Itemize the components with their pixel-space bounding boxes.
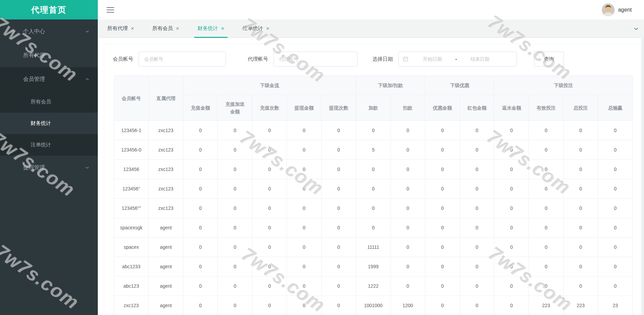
table-cell: 0 — [563, 276, 598, 296]
table-cell: 0 — [494, 121, 528, 140]
member-account-input[interactable] — [139, 52, 226, 67]
table-cell: 0 — [287, 160, 321, 179]
table-cell: 0 — [425, 218, 460, 238]
table-cell: 0 — [321, 276, 356, 296]
table-cell: zxc123 — [114, 296, 149, 315]
sidebar-item-label: 所有代理 — [0, 52, 45, 59]
table-cell: 0 — [425, 276, 460, 296]
close-tab-icon[interactable]: × — [131, 26, 134, 31]
table-cell: 0 — [460, 121, 494, 140]
tab-所有代理[interactable]: 所有代理× — [104, 19, 137, 38]
query-button[interactable]: 查询 — [534, 52, 564, 67]
tab-label: 所有代理 — [107, 25, 128, 32]
table-cell: 0 — [390, 179, 425, 199]
sidebar-item-label: 会员管理 — [0, 76, 45, 83]
table-row[interactable]: 123456-1zxc1230000000000000 — [114, 121, 633, 140]
tab-所有会员[interactable]: 所有会员× — [149, 19, 182, 38]
table-cell: 0 — [321, 218, 356, 238]
table-cell: 0 — [356, 121, 390, 140]
tab-注单统计[interactable]: 注单统计× — [239, 19, 273, 38]
table-cell: 0 — [563, 179, 598, 199]
table-row[interactable]: 123456zxc1230000000000000 — [114, 160, 633, 179]
tab-label: 所有会员 — [152, 25, 173, 32]
table-row[interactable]: zxc123agent000001001000120000022322323 — [114, 296, 633, 315]
table-row[interactable]: spacexagent00000111110000000 — [114, 238, 633, 257]
table-cell: 0 — [460, 179, 494, 199]
table-cell: 0 — [425, 179, 460, 199]
topbar: agent — [98, 0, 644, 19]
table-cell: 123456"" — [114, 199, 149, 218]
finance-report-table: 会员帐号直属代理下级金流下级加/扣款下级优惠下级投注充值金额充值加送金额充值次数… — [114, 75, 633, 315]
table-cell: 0 — [494, 160, 528, 179]
table-row[interactable]: 123456-0zxc1230000050000000 — [114, 140, 633, 160]
table-cell: 23 — [598, 296, 633, 315]
table-cell: 0 — [563, 160, 598, 179]
column-header: 有效投注 — [529, 95, 563, 121]
sidebar-item-财务统计[interactable]: 财务统计 — [0, 113, 98, 134]
tab-财务统计[interactable]: 财务统计× — [194, 19, 228, 38]
table-cell: 0 — [460, 160, 494, 179]
sidebar-item-个人中心[interactable]: 个人中心 — [0, 19, 98, 43]
agent-account-input[interactable] — [274, 52, 357, 67]
table-cell: 0 — [390, 238, 425, 257]
column-header: 充值加送金额 — [218, 95, 252, 121]
table-row[interactable]: 123456"zxc1230000000000000 — [114, 179, 633, 199]
table-cell: 0 — [321, 238, 356, 257]
close-tab-icon[interactable]: × — [266, 26, 269, 31]
table-cell: 0 — [390, 140, 425, 160]
column-header: 总输赢 — [598, 95, 633, 121]
page-scrollbar[interactable] — [641, 38, 644, 315]
user-menu[interactable]: agent — [602, 3, 632, 16]
table-cell: 1999 — [356, 257, 390, 276]
table-cell: 0 — [321, 179, 356, 199]
table-cell: 0 — [529, 257, 563, 276]
table-cell: 0 — [252, 140, 287, 160]
app-title: 代理首页 — [0, 0, 98, 19]
sidebar-item-label: 个人中心 — [0, 28, 45, 35]
table-cell: 0 — [598, 160, 633, 179]
table-row[interactable]: 123456""zxc1230000000000000 — [114, 199, 633, 218]
close-tab-icon[interactable]: × — [221, 26, 224, 31]
column-header: 总投注 — [563, 95, 598, 121]
table-cell: 1200 — [390, 296, 425, 315]
table-cell: 0 — [356, 218, 390, 238]
table-cell: 0 — [598, 199, 633, 218]
table-cell: 0 — [460, 199, 494, 218]
sidebar-item-会员管理[interactable]: 会员管理 — [0, 67, 98, 91]
table-cell: 0 — [252, 238, 287, 257]
hamburger-icon[interactable] — [107, 5, 114, 14]
table-cell: 0 — [460, 218, 494, 238]
tab-label: 财务统计 — [198, 25, 218, 32]
column-header: 加款 — [356, 95, 390, 121]
table-cell: 0 — [563, 199, 598, 218]
table-cell: 0 — [252, 179, 287, 199]
table-cell: 0 — [563, 257, 598, 276]
tabs-collapse-chevron-icon[interactable] — [633, 26, 639, 32]
table-cell: zxc123 — [149, 199, 183, 218]
table-cell: 0 — [218, 140, 252, 160]
close-tab-icon[interactable]: × — [176, 26, 179, 31]
table-cell: zxc123 — [149, 179, 183, 199]
table-cell: 0 — [218, 199, 252, 218]
agent-account-label: 代理帐号 — [248, 56, 268, 62]
table-row[interactable]: abc1233agent0000019990000000 — [114, 257, 633, 276]
table-cell: 0 — [390, 121, 425, 140]
sidebar-item-注单统计[interactable]: 注单统计 — [0, 134, 98, 156]
table-cell: 0 — [390, 160, 425, 179]
table-cell: 0 — [252, 296, 287, 315]
table-cell: 0 — [598, 140, 633, 160]
table-cell: 0 — [425, 199, 460, 218]
date-end-input[interactable] — [458, 56, 502, 62]
sidebar-item-所有代理[interactable]: 所有代理 — [0, 43, 98, 67]
sidebar-item-提现管理[interactable]: 提现管理 — [0, 156, 98, 180]
date-start-input[interactable] — [410, 56, 455, 62]
table-cell: 0 — [390, 276, 425, 296]
sidebar-menu: 个人中心所有代理会员管理所有会员财务统计注单统计提现管理 — [0, 19, 98, 180]
table-row[interactable]: spacexsgkagent0000000000000 — [114, 218, 633, 238]
date-separator: - — [455, 56, 457, 62]
column-header: 优惠金额 — [425, 95, 460, 121]
sidebar-item-所有会员[interactable]: 所有会员 — [0, 91, 98, 113]
table-row[interactable]: abc123agent0000012220000000 — [114, 276, 633, 296]
date-range-picker[interactable]: - — [398, 52, 517, 67]
table-cell: 0 — [460, 140, 494, 160]
